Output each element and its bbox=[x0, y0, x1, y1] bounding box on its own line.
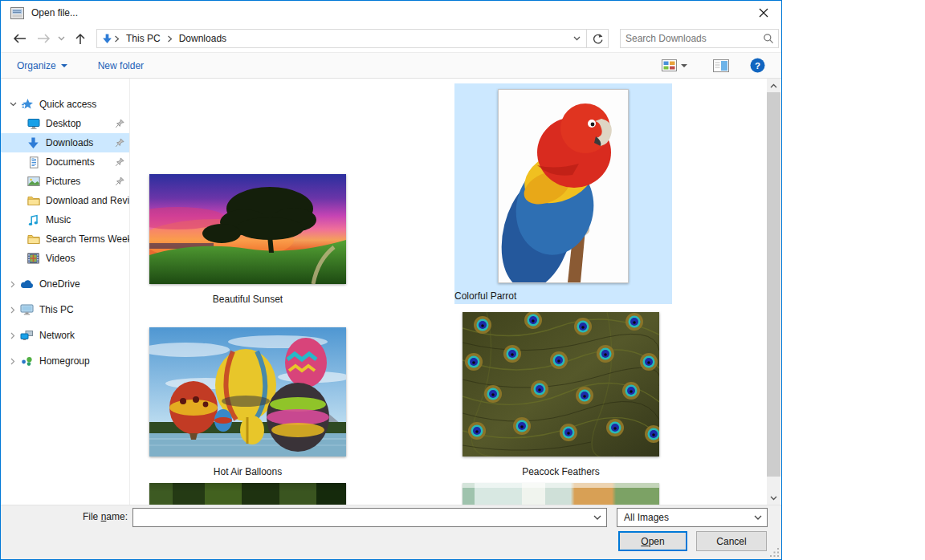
breadcrumb-this-pc[interactable]: This PC bbox=[121, 30, 165, 47]
preview-pane-button[interactable] bbox=[710, 57, 732, 75]
file-tile-hot-air-balloons[interactable]: Hot Air Balloons bbox=[149, 327, 346, 477]
sidebar-item-search-terms-week[interactable]: Search Terms Week bbox=[1, 229, 129, 249]
close-icon bbox=[759, 8, 768, 18]
back-arrow-icon bbox=[13, 33, 26, 44]
file-tile-partial[interactable] bbox=[149, 483, 346, 505]
chevron-down-icon bbox=[573, 36, 581, 41]
file-tile-beautiful-sunset[interactable]: Beautiful Sunset bbox=[149, 174, 346, 305]
help-button[interactable]: ? bbox=[747, 55, 768, 75]
thumbnail-peacock-feathers bbox=[462, 312, 659, 457]
file-name-label: Hot Air Balloons bbox=[149, 466, 346, 477]
back-button[interactable] bbox=[10, 29, 28, 48]
videos-icon bbox=[27, 253, 39, 264]
expanded-chevron-icon bbox=[10, 102, 17, 107]
search-input[interactable] bbox=[621, 30, 759, 47]
thumbnail-colorful-parrot bbox=[498, 89, 629, 283]
organize-button[interactable]: Organize bbox=[10, 53, 74, 78]
documents-icon bbox=[28, 156, 39, 168]
sidebar-item-desktop[interactable]: Desktop bbox=[1, 114, 129, 133]
help-icon: ? bbox=[750, 58, 765, 73]
sidebar-item-label: Desktop bbox=[46, 118, 113, 129]
view-mode-button[interactable] bbox=[658, 57, 691, 74]
chevron-down-icon bbox=[58, 36, 65, 41]
scroll-down-button[interactable] bbox=[767, 491, 780, 505]
vertical-scrollbar[interactable] bbox=[767, 79, 780, 505]
command-bar: Organize New folder bbox=[1, 52, 781, 79]
resize-grip[interactable] bbox=[769, 547, 780, 558]
sidebar-item-downloads[interactable]: Downloads bbox=[1, 133, 129, 152]
sidebar-item-this-pc[interactable]: This PC bbox=[1, 300, 129, 319]
scrollbar-thumb[interactable] bbox=[767, 92, 780, 477]
sidebar-item-pictures[interactable]: Pictures bbox=[1, 172, 129, 191]
file-tile-peacock-feathers[interactable]: Peacock Feathers bbox=[462, 312, 659, 477]
close-button[interactable] bbox=[745, 1, 781, 25]
file-tile-colorful-parrot[interactable]: Colorful Parrot bbox=[454, 83, 672, 304]
sidebar-item-network[interactable]: Network bbox=[1, 326, 129, 345]
sidebar-item-label: Music bbox=[46, 214, 129, 225]
breadcrumb-downloads[interactable]: Downloads bbox=[174, 30, 231, 47]
sidebar-item-download-and-revi[interactable]: Download and Revi bbox=[1, 191, 129, 210]
pin-icon bbox=[115, 119, 124, 128]
thumbnail-partial bbox=[149, 483, 346, 505]
chevron-up-icon bbox=[770, 83, 777, 88]
breadcrumb-chevron-icon bbox=[167, 35, 173, 43]
sidebar-item-label: Network bbox=[39, 330, 129, 341]
recent-locations-button[interactable] bbox=[55, 29, 67, 48]
pin-icon bbox=[115, 138, 124, 148]
chevron-down-icon bbox=[749, 515, 767, 520]
this-pc-icon bbox=[20, 304, 34, 315]
pin-icon bbox=[115, 177, 124, 186]
folder-icon bbox=[27, 195, 40, 206]
svg-text:?: ? bbox=[755, 61, 760, 71]
network-icon bbox=[20, 330, 34, 341]
dialog-footer: File name: All Images Open Cancel bbox=[1, 505, 781, 559]
quick-access-star-icon bbox=[21, 98, 34, 111]
address-dropdown-button[interactable] bbox=[568, 36, 585, 41]
file-type-value: All Images bbox=[624, 512, 669, 523]
up-arrow-icon bbox=[75, 33, 86, 45]
file-name-label: Colorful Parrot bbox=[454, 290, 672, 302]
address-bar[interactable]: This PC Downloads bbox=[96, 29, 587, 48]
homegroup-icon bbox=[21, 355, 34, 367]
cancel-button[interactable]: Cancel bbox=[696, 531, 767, 551]
sidebar-item-onedrive[interactable]: OneDrive bbox=[1, 274, 129, 294]
pictures-icon bbox=[27, 176, 40, 187]
onedrive-cloud-icon bbox=[20, 279, 34, 289]
refresh-button[interactable] bbox=[587, 29, 609, 48]
sidebar-item-label: Videos bbox=[46, 253, 129, 264]
file-name-label: Beautiful Sunset bbox=[149, 294, 346, 305]
downloads-icon bbox=[27, 137, 39, 149]
pin-icon bbox=[115, 157, 124, 167]
sidebar-item-music[interactable]: Music bbox=[1, 210, 129, 229]
sidebar-item-homegroup[interactable]: Homegroup bbox=[1, 351, 129, 371]
file-name-combo bbox=[132, 508, 607, 527]
window-icon bbox=[10, 7, 24, 19]
sidebar-item-label: Quick access bbox=[39, 99, 129, 110]
chevron-down-icon bbox=[593, 515, 601, 520]
open-button[interactable]: Open bbox=[618, 531, 687, 551]
file-type-select[interactable]: All Images bbox=[617, 508, 768, 527]
file-name-dropdown-button[interactable] bbox=[589, 515, 606, 520]
sidebar-item-label: This PC bbox=[39, 304, 129, 315]
file-list: Beautiful Sunset bbox=[130, 79, 767, 505]
new-folder-button[interactable]: New folder bbox=[92, 53, 150, 78]
open-file-dialog: Open file... This PC Downloads bbox=[0, 0, 782, 560]
up-button[interactable] bbox=[71, 29, 89, 48]
sidebar-item-documents[interactable]: Documents bbox=[1, 152, 129, 172]
sidebar-item-label: Documents bbox=[46, 156, 113, 168]
sidebar-item-videos[interactable]: Videos bbox=[1, 249, 129, 268]
desktop-icon bbox=[27, 118, 40, 130]
sidebar-item-label: OneDrive bbox=[39, 278, 129, 290]
file-name-input[interactable] bbox=[133, 509, 589, 526]
navigation-bar: This PC Downloads bbox=[1, 25, 781, 52]
file-name-label: File name: bbox=[1, 511, 128, 522]
file-tile-partial[interactable] bbox=[462, 483, 659, 505]
collapsed-chevron-icon bbox=[10, 306, 15, 314]
collapsed-chevron-icon bbox=[10, 358, 15, 365]
folder-icon bbox=[27, 233, 40, 245]
forward-button[interactable] bbox=[35, 29, 52, 48]
sidebar-item-quick-access[interactable]: Quick access bbox=[1, 95, 129, 114]
refresh-icon bbox=[592, 33, 603, 44]
scroll-up-button[interactable] bbox=[767, 79, 780, 92]
thumbnails-view-icon bbox=[662, 59, 677, 71]
